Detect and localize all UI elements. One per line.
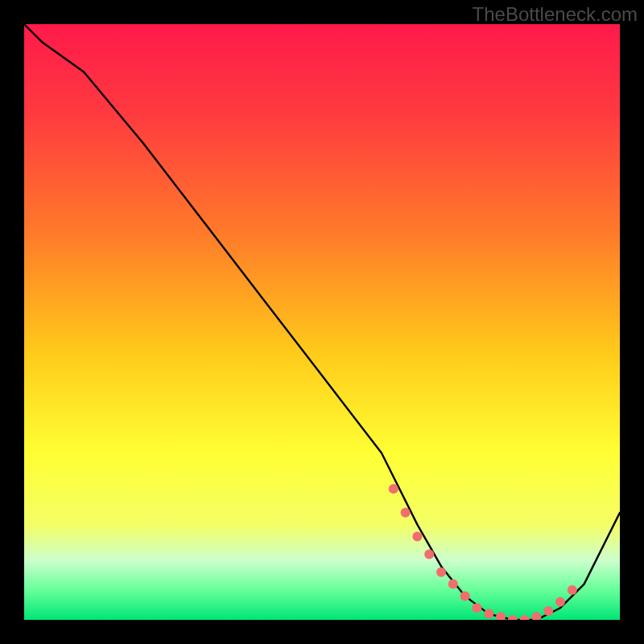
highlight-point	[543, 606, 553, 616]
highlight-point	[389, 484, 398, 493]
highlight-point	[460, 591, 470, 601]
chart-stage: TheBottleneck.com	[0, 0, 644, 644]
highlight-point	[448, 580, 458, 589]
plot-svg	[24, 24, 620, 620]
plot-area	[24, 24, 620, 620]
highlight-point	[424, 550, 434, 559]
gradient-background	[24, 24, 620, 620]
highlight-point	[436, 568, 446, 577]
highlight-point	[401, 508, 411, 518]
highlight-point	[472, 603, 481, 613]
watermark-text: TheBottleneck.com	[473, 3, 638, 26]
highlight-point	[555, 597, 565, 607]
highlight-point	[568, 585, 577, 595]
highlight-point	[412, 531, 422, 541]
highlight-point	[484, 609, 493, 619]
